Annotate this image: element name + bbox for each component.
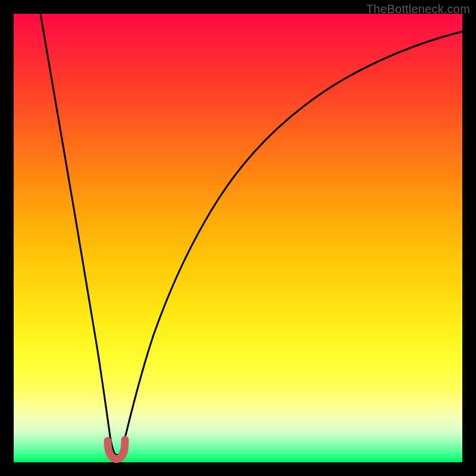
optimal-marker xyxy=(108,440,125,459)
bottleneck-curve xyxy=(14,14,462,462)
curve-path xyxy=(40,14,462,455)
chart-frame: TheBottleneck.com xyxy=(0,0,476,476)
plot-area xyxy=(14,14,462,462)
watermark-text: TheBottleneck.com xyxy=(366,2,470,16)
